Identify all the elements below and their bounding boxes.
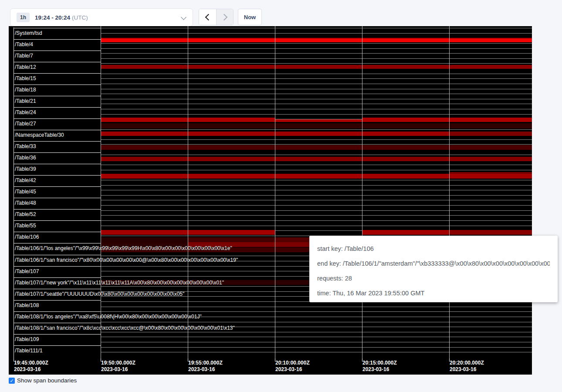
time-range-select[interactable]: 1h 19:24 - 20:24 (UTC) [10, 8, 193, 27]
now-button[interactable]: Now [238, 9, 262, 25]
row-boundary-line [14, 255, 101, 255]
row-label: /System/tsd [15, 30, 42, 36]
heat-band [101, 38, 532, 42]
show-span-boundaries-checkbox[interactable]: ✓ [9, 378, 15, 384]
row-boundary-line [14, 96, 101, 96]
time-axis-label: 20:15:00.000Z2023-03-16 [362, 360, 397, 373]
row-label: /NamespaceTable/30 [15, 132, 64, 138]
show-span-boundaries-control[interactable]: ✓ Show span boundaries [9, 377, 77, 384]
time-gridline [101, 26, 101, 358]
span-boundary-line [101, 28, 532, 28]
chevron-right-icon [220, 14, 227, 20]
span-boundary-line [101, 352, 532, 352]
heat-band [188, 237, 275, 242]
row-boundary-line [14, 84, 101, 85]
row-label: /Table/106 [15, 234, 39, 240]
heat-band [101, 237, 188, 242]
heat-band [449, 230, 532, 235]
tooltip-end-key: end key: /Table/106/1/"amsterdam"/"\xb33… [317, 256, 550, 271]
span-boundary-line [101, 185, 532, 186]
span-boundary-line [101, 347, 532, 348]
row-boundary-line [14, 39, 101, 40]
row-label: /Table/106/1/"san francisco"/"\x80\x00\x… [15, 257, 238, 263]
span-boundary-line [101, 109, 532, 109]
row-boundary-line [14, 62, 101, 62]
row-label: /Table/21 [15, 98, 36, 104]
span-boundary-line [101, 180, 532, 180]
time-axis-label: 19:45:00.000Z2023-03-16 [14, 360, 48, 373]
time-axis-time: 19:50:00.000Z [101, 360, 135, 366]
row-boundary-line [14, 175, 101, 176]
range-nav-group [199, 9, 234, 25]
row-label: /Table/107/1/"new york"/"\x11\x11\x11\x1… [15, 280, 224, 286]
key-visualizer-page: 1h 19:24 - 20:24 (UTC) Now /System/tsd/T… [0, 0, 562, 392]
row-boundary-line [14, 73, 101, 74]
row-label: /Table/39 [15, 166, 36, 172]
row-boundary-line [14, 334, 101, 335]
span-boundary-line [101, 155, 532, 155]
time-axis-date: 2023-03-16 [188, 366, 223, 373]
row-label: /Table/15 [15, 75, 36, 81]
time-axis-date: 2023-03-16 [362, 366, 397, 373]
row-boundary-line [14, 209, 101, 210]
span-boundary-line [101, 226, 532, 226]
row-boundary-line [14, 289, 101, 289]
span-boundary-line [101, 311, 532, 312]
row-label: /Table/107/1/"seattle"/"UUUUUUD\x00\x80\… [15, 291, 184, 297]
row-label: /Table/7 [15, 53, 33, 59]
span-boundary-line [101, 215, 532, 216]
time-axis-time: 20:15:00.000Z [362, 360, 397, 366]
row-label: /Table/4 [15, 41, 33, 47]
range-duration-badge: 1h [17, 13, 30, 22]
time-axis-time: 20:20:00.000Z [450, 360, 484, 366]
span-boundary-line [101, 33, 532, 34]
span-boundary-line [101, 89, 532, 89]
chevron-down-icon [181, 14, 186, 20]
row-label: /Table/45 [15, 189, 36, 195]
row-label: /Table/48 [15, 200, 36, 206]
row-boundary-line [14, 141, 101, 142]
row-label: /Table/12 [15, 64, 36, 70]
time-axis-date: 2023-03-16 [275, 366, 310, 373]
row-label: /Table/108/1/"los angeles"/"\xa8\xf5\u00… [15, 314, 202, 320]
time-axis-time: 19:45:00.000Z [14, 360, 48, 366]
span-boundary-line [101, 195, 532, 196]
row-boundary-line [14, 300, 101, 301]
row-label: /Table/36 [15, 155, 36, 161]
row-boundary-line [14, 130, 101, 130]
time-axis-label: 19:55:00.000Z2023-03-16 [188, 360, 223, 373]
span-boundary-line [101, 84, 532, 84]
row-label: /Table/55 [15, 223, 36, 229]
span-boundary-line [101, 58, 532, 59]
row-label: /Table/107 [15, 268, 39, 274]
key-visualizer-canvas[interactable]: /System/tsd/Table/4/Table/7/Table/12/Tab… [9, 26, 532, 375]
row-boundary-line [14, 277, 101, 278]
gutter-border-line [14, 27, 14, 358]
span-boundary-line [101, 139, 532, 140]
span-boundary-line [101, 342, 532, 342]
row-label: /Table/42 [15, 177, 36, 183]
span-boundary-line [101, 205, 532, 206]
span-boundary-line [101, 99, 532, 99]
tooltip-start-key: start key: /Table/106 [317, 241, 550, 256]
row-label: /Table/111/1 [15, 348, 43, 354]
time-gridline [362, 26, 362, 358]
next-range-button-disabled[interactable] [216, 9, 233, 25]
span-boundary-line [101, 43, 532, 44]
prev-range-button[interactable] [199, 9, 216, 25]
heat-band [449, 132, 532, 136]
span-boundary-line [101, 104, 532, 104]
span-boundary-line [101, 48, 532, 49]
span-boundary-line [101, 322, 532, 322]
time-axis-label: 20:20:00.000Z2023-03-16 [450, 360, 484, 373]
heat-band [101, 174, 532, 179]
row-boundary-line [14, 186, 101, 187]
row-boundary-line [14, 311, 101, 312]
row-label: /Table/109 [15, 336, 39, 342]
time-axis-time: 19:55:00.000Z [188, 360, 223, 366]
time-axis-date: 2023-03-16 [450, 366, 484, 373]
row-label: /Table/27 [15, 121, 36, 127]
time-axis-label: 20:10:00.000Z2023-03-16 [275, 360, 310, 373]
time-axis-label: 19:50:00.000Z2023-03-16 [101, 360, 135, 373]
heat-band [275, 119, 362, 122]
